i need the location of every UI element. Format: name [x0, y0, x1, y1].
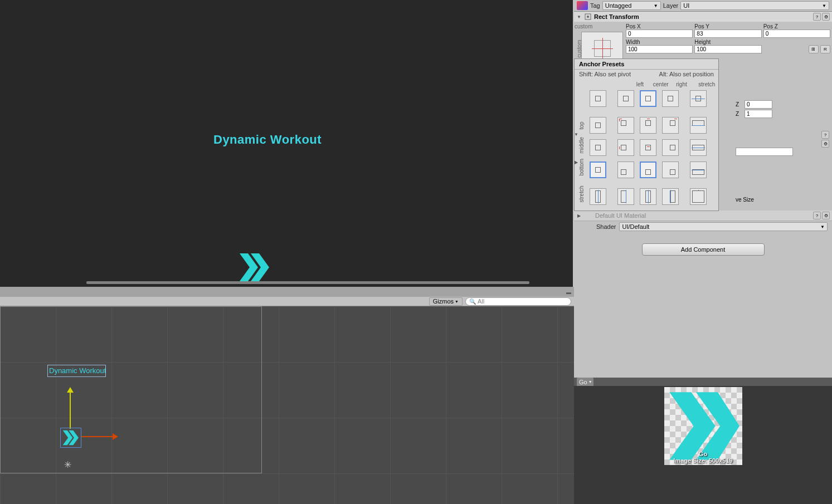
- asset-thumbnail[interactable]: Go Image Size: 500x519: [664, 387, 742, 465]
- preset-bottom-center[interactable]: [640, 162, 656, 178]
- game-chevron-icon: [237, 251, 270, 285]
- gizmos-dropdown[interactable]: Gizmos ▼: [429, 297, 463, 306]
- preset-stretch-left[interactable]: [617, 188, 634, 205]
- posy-label: Pos Y: [694, 23, 761, 30]
- preset-top-left[interactable]: [617, 117, 634, 134]
- preset-stretch-center[interactable]: [640, 188, 656, 205]
- tag-label: Tag: [590, 2, 600, 9]
- preset-middle-stretch[interactable]: [690, 139, 707, 156]
- asset-tab-bar: [574, 378, 832, 386]
- height-label: Height: [694, 39, 761, 45]
- preset-stretch-right[interactable]: [662, 188, 679, 205]
- preset-bottom-stretch[interactable]: [690, 162, 707, 178]
- scene-chevron-icon: [61, 429, 79, 448]
- panel-divider[interactable]: ▬: [0, 287, 574, 297]
- tag-dropdown[interactable]: Untagged▼: [602, 1, 661, 10]
- asset-size: Image Size: 500x519: [664, 457, 742, 464]
- preset-custom[interactable]: [590, 90, 606, 107]
- gizmo-x-arrow-icon[interactable]: [113, 433, 118, 440]
- preset-top-stretch[interactable]: [690, 117, 707, 134]
- posx-label: Pos X: [626, 23, 693, 30]
- preset-bottom-custom[interactable]: [590, 162, 606, 178]
- game-progress-bar: [86, 281, 529, 284]
- z-input-0[interactable]: 0: [745, 100, 772, 109]
- help-button[interactable]: ?: [813, 212, 821, 219]
- preset-stretch-all[interactable]: [690, 188, 707, 205]
- preset-top-right[interactable]: [662, 117, 679, 134]
- preset-middle-center[interactable]: [640, 139, 656, 156]
- raw-button[interactable]: R: [820, 45, 830, 53]
- scene-canvas-outline: [0, 306, 262, 473]
- foldout-icon[interactable]: ▶: [576, 213, 582, 218]
- component-gear-button[interactable]: ⚙: [821, 140, 829, 148]
- blueprint-button[interactable]: ⊞: [809, 45, 819, 53]
- posy-input[interactable]: 83: [694, 30, 761, 38]
- component-title: Rect Transform: [594, 13, 811, 20]
- material-label: Default UI Material: [584, 212, 811, 219]
- preset-stretch-h[interactable]: [690, 90, 707, 107]
- settings-button[interactable]: ⚙: [822, 212, 830, 219]
- gizmo-y-arrow-icon[interactable]: [67, 387, 74, 393]
- asset-preview-panel: Go Image Size: 500x519: [574, 386, 832, 504]
- posz-label: Pos Z: [763, 23, 830, 30]
- help-button[interactable]: ?: [813, 13, 821, 21]
- scene-title-text: Dynamic Workout: [49, 366, 106, 375]
- component-help-button[interactable]: ?: [821, 131, 829, 139]
- preset-middle-left[interactable]: [617, 139, 634, 156]
- shader-label: Shader: [596, 223, 616, 230]
- game-view[interactable]: Dynamic Workout: [0, 0, 573, 287]
- add-component-button[interactable]: Add Component: [642, 243, 765, 256]
- text-input[interactable]: [736, 148, 793, 156]
- height-input[interactable]: 100: [694, 45, 761, 53]
- z-input-1[interactable]: 1: [745, 110, 772, 118]
- alt-hint: Alt: Also set position: [659, 71, 714, 77]
- native-size-label: ve Size: [736, 197, 754, 203]
- preset-center[interactable]: [640, 90, 656, 107]
- scene-view[interactable]: Dynamic Workout ✳: [0, 306, 574, 504]
- preset-middle-custom[interactable]: [590, 139, 606, 156]
- posz-input[interactable]: 0: [763, 30, 830, 38]
- scene-toolbar: Gizmos ▼ 🔍 All: [0, 297, 574, 306]
- divider-handle-icon[interactable]: ▬: [566, 290, 571, 295]
- asset-name: Go: [664, 451, 742, 457]
- preset-top-custom[interactable]: [590, 117, 606, 134]
- presets-title: Anchor Presets: [575, 59, 718, 70]
- scene-light-icon: ✳: [64, 459, 71, 470]
- posx-input[interactable]: 0: [626, 30, 693, 38]
- asset-tab[interactable]: Go ▼: [577, 378, 593, 386]
- settings-button[interactable]: ⚙: [822, 13, 830, 21]
- gizmo-y-axis[interactable]: [70, 389, 71, 429]
- width-input[interactable]: 100: [626, 45, 693, 53]
- preset-bottom-right[interactable]: [662, 162, 679, 178]
- gizmo-x-axis[interactable]: [81, 436, 114, 437]
- preset-right[interactable]: [662, 90, 679, 107]
- preset-left[interactable]: [617, 90, 634, 107]
- preset-bottom-left[interactable]: [617, 162, 634, 178]
- layer-label: Layer: [663, 2, 679, 9]
- preset-top-center[interactable]: [640, 117, 656, 134]
- foldout-icon[interactable]: ▼: [576, 14, 582, 19]
- width-label: Width: [626, 39, 693, 45]
- anchor-presets-popup: ▼ ▶ Anchor Presets Shift: Also set pivot…: [574, 58, 719, 211]
- shift-hint: Shift: Also set pivot: [579, 71, 631, 77]
- svg-point-1: [587, 16, 589, 18]
- preset-middle-right[interactable]: [662, 139, 679, 156]
- rect-transform-icon: [584, 13, 592, 21]
- layer-dropdown[interactable]: UI▼: [680, 1, 829, 10]
- preset-stretch-custom[interactable]: [590, 188, 606, 205]
- foldout-icon[interactable]: ▼: [573, 131, 579, 137]
- object-icon[interactable]: [577, 1, 588, 10]
- scene-search-input[interactable]: 🔍 All: [465, 297, 571, 306]
- game-title-text: Dynamic Workout: [213, 133, 322, 147]
- shader-dropdown[interactable]: UI/Default▼: [619, 222, 828, 231]
